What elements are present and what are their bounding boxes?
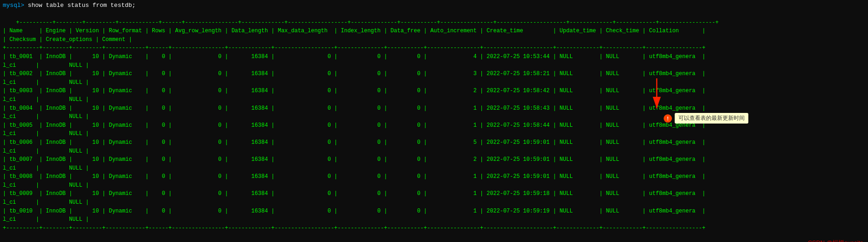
row4-line2: l_ci | NULL | — [3, 113, 89, 120]
row4-line1: | tb_0004 | InnoDB | 10 | Dynamic | 0 | … — [3, 105, 706, 112]
command-line: mysql> show table status from testdb; — [3, 2, 865, 9]
command: show table status from testdb; — [24, 2, 136, 9]
row8-line2: l_ci | NULL | — [3, 182, 89, 189]
annotation-text: 可以查看表的最新更新时间 — [675, 113, 748, 124]
row9-line1: | tb_0009 | InnoDB | 10 | Dynamic | 0 | … — [3, 190, 706, 197]
row8-line1: | tb_0008 | InnoDB | 10 | Dynamic | 0 | … — [3, 173, 706, 180]
row3-line2: l_ci | NULL | — [3, 96, 89, 103]
separator-bottom: +----------+--------+---------+---------… — [3, 225, 706, 231]
row10-line2: l_ci | NULL | — [3, 216, 89, 223]
table-output: +----------+--------+---------+---------… — [3, 10, 865, 241]
header-row2: | Checksum | Create_options | Comment | — [3, 36, 132, 43]
row7-line1: | tb_0007 | InnoDB | 10 | Dynamic | 0 | … — [3, 156, 706, 163]
row3-line1: | tb_0003 | InnoDB | 10 | Dynamic | 0 | … — [3, 88, 706, 94]
row5-line1: | tb_0005 | InnoDB | 10 | Dynamic | 0 | … — [3, 122, 706, 129]
annotation-arrow-svg — [643, 78, 671, 115]
csdn-watermark: CSDN @恒悦sunsite — [808, 239, 863, 242]
row6-line2: l_ci | NULL | — [3, 148, 89, 154]
row1-line1: | tb_0001 | InnoDB | 10 | Dynamic | 0 | … — [3, 53, 706, 60]
separator-top: +----------+--------+---------+---------… — [16, 19, 719, 26]
terminal-window: mysql> show table status from testdb; +-… — [0, 0, 868, 242]
separator-header: +----------+--------+---------+---------… — [3, 45, 706, 51]
row2-line2: l_ci | NULL | — [3, 79, 89, 86]
annotation-container: ! 可以查看表的最新更新时间 — [664, 113, 748, 124]
header-row1: | Name | Engine | Version | Row_format |… — [3, 28, 706, 34]
row10-line1: | tb_0010 | InnoDB | 10 | Dynamic | 0 | … — [3, 208, 706, 214]
prompt: mysql> — [3, 2, 24, 9]
row7-line2: l_ci | NULL | — [3, 165, 89, 171]
row1-line2: l_ci | NULL | — [3, 62, 89, 69]
row6-line1: | tb_0006 | InnoDB | 10 | Dynamic | 0 | … — [3, 139, 706, 146]
row2-line1: | tb_0002 | InnoDB | 10 | Dynamic | 0 | … — [3, 71, 706, 77]
row9-line2: l_ci | NULL | — [3, 199, 89, 206]
row5-line2: l_ci | NULL | — [3, 130, 89, 137]
annotation-badge: ! — [664, 114, 672, 123]
